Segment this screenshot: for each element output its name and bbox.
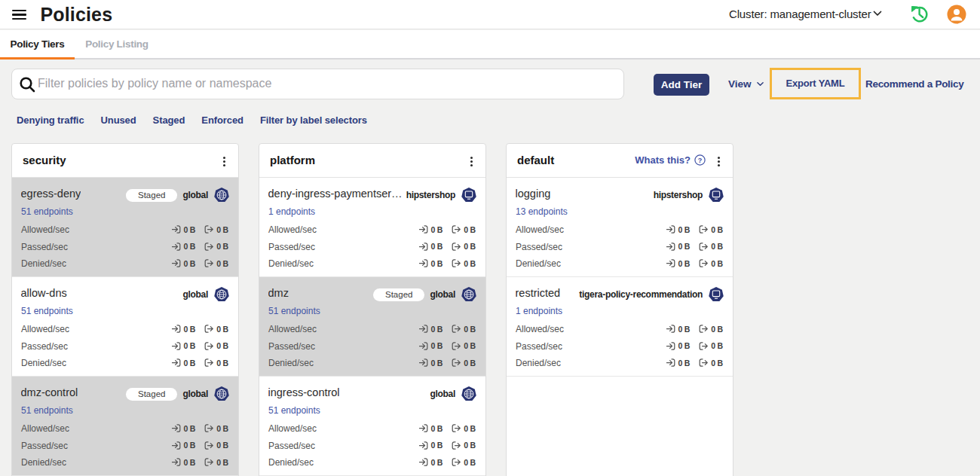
svg-text:?: ?: [698, 157, 703, 164]
